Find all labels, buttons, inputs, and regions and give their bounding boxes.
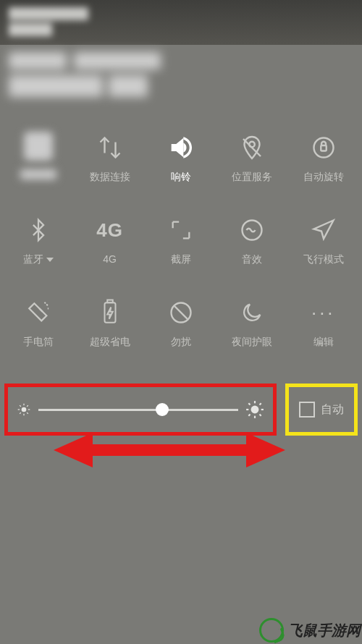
auto-brightness-highlight: 自动 xyxy=(285,384,358,436)
tile-label: 位置服务 xyxy=(232,171,272,184)
tiles-row-3: 手电筒 超级省电 勿扰 xyxy=(3,289,359,353)
airplane-icon xyxy=(308,214,340,246)
tile-label: 自动旋转 xyxy=(303,171,344,184)
tile-edit[interactable]: ··· 编辑 xyxy=(290,289,357,353)
screenshot-icon xyxy=(165,214,197,246)
watermark-text: 飞鼠手游网 xyxy=(288,621,361,640)
data-swap-icon xyxy=(94,132,126,164)
brightness-high-icon xyxy=(245,400,264,419)
chevron-down-icon xyxy=(46,258,54,262)
tile-label: 勿扰 xyxy=(171,336,191,349)
tile-label: 夜间护眼 xyxy=(232,336,272,349)
tile-ring[interactable]: 响铃 xyxy=(148,124,214,188)
tile-powersave[interactable]: 超级省电 xyxy=(77,289,143,353)
tile-label: 蓝牙 xyxy=(23,253,54,266)
tile-label: 响铃 xyxy=(171,171,191,184)
notification-area xyxy=(0,45,362,119)
four-g-icon: 4G xyxy=(94,214,126,246)
svg-line-15 xyxy=(27,412,28,414)
tile-label: 数据连接 xyxy=(90,171,130,184)
bluetooth-icon xyxy=(22,214,54,246)
tile-data[interactable]: 数据连接 xyxy=(77,124,143,188)
svg-marker-27 xyxy=(54,433,285,467)
tile-location[interactable]: 位置服务 xyxy=(219,124,285,188)
watermark-logo-icon xyxy=(259,618,284,643)
rotate-lock-icon xyxy=(308,132,340,164)
tile-bluetooth[interactable]: 蓝牙 xyxy=(5,207,72,271)
brightness-low-icon xyxy=(17,402,31,417)
tile-flashlight[interactable]: 手电筒 xyxy=(5,289,72,353)
tile-airplane[interactable]: 飞行模式 xyxy=(290,207,357,271)
svg-point-9 xyxy=(22,407,27,412)
tile-sound[interactable]: 音效 xyxy=(219,207,285,271)
drag-arrow-annotation xyxy=(54,430,285,470)
svg-line-26 xyxy=(260,403,261,404)
svg-line-24 xyxy=(260,415,261,416)
tile-label: 截屏 xyxy=(171,253,191,266)
svg-line-16 xyxy=(20,412,21,414)
quick-settings-panel: 数据连接 响铃 位置服务 xyxy=(0,124,362,353)
brightness-row: 自动 xyxy=(0,384,362,436)
brightness-thumb[interactable] xyxy=(156,403,169,416)
location-off-icon xyxy=(236,132,268,164)
svg-point-4 xyxy=(243,221,262,240)
battery-save-icon xyxy=(94,297,126,329)
tile-night[interactable]: 夜间护眼 xyxy=(219,289,285,353)
svg-rect-5 xyxy=(104,302,115,323)
brightness-slider[interactable] xyxy=(38,409,238,411)
tiles-row-2: 蓝牙 4G 4G 截屏 音效 xyxy=(3,207,359,271)
svg-line-25 xyxy=(248,415,250,416)
svg-rect-6 xyxy=(107,300,113,303)
tile-label: 手电筒 xyxy=(23,336,54,349)
tile-4g[interactable]: 4G 4G xyxy=(77,207,143,269)
tile-screenshot[interactable]: 截屏 xyxy=(148,207,214,271)
tiles-row-1: 数据连接 响铃 位置服务 xyxy=(3,124,359,188)
more-icon: ··· xyxy=(308,297,340,329)
tile-autorotate[interactable]: 自动旋转 xyxy=(290,124,357,188)
svg-point-18 xyxy=(251,406,259,414)
tile-label: 音效 xyxy=(242,253,262,266)
svg-line-8 xyxy=(174,306,188,319)
auto-brightness-label: 自动 xyxy=(321,402,344,418)
tile-label: 4G xyxy=(103,253,117,265)
watermark: 飞鼠手游网 xyxy=(259,618,361,643)
tile-redacted[interactable] xyxy=(5,124,72,184)
dnd-icon xyxy=(165,297,197,329)
tile-dnd[interactable]: 勿扰 xyxy=(148,289,214,353)
svg-rect-3 xyxy=(321,145,327,151)
status-bar xyxy=(0,0,362,45)
tile-label: 超级省电 xyxy=(90,336,130,349)
tile-label: 飞行模式 xyxy=(303,253,344,266)
volume-icon xyxy=(165,132,197,164)
flashlight-icon xyxy=(22,297,54,329)
tile-label: 编辑 xyxy=(313,336,334,349)
svg-line-23 xyxy=(248,403,250,404)
bluetooth-label-text: 蓝牙 xyxy=(23,253,43,266)
svg-line-17 xyxy=(27,405,28,407)
auto-brightness-checkbox[interactable] xyxy=(299,402,315,418)
sound-effect-icon xyxy=(236,214,268,246)
brightness-slider-highlight xyxy=(4,384,277,436)
svg-line-14 xyxy=(20,405,21,407)
moon-icon xyxy=(236,297,268,329)
